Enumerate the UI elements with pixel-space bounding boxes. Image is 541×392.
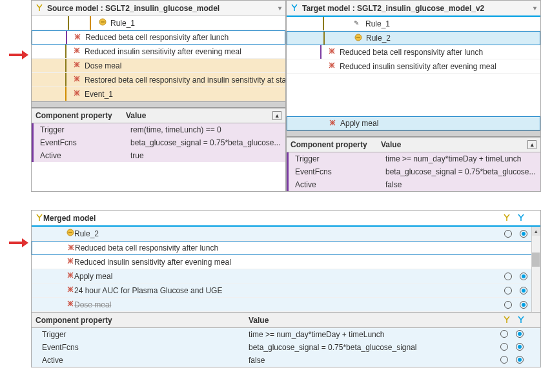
prop-name: Trigger [40,125,130,134]
prop-name: Active [42,356,249,365]
radio-source[interactable] [500,343,508,351]
merged-row[interactable]: Apply meal [32,269,540,284]
row-label: Apply meal [74,272,112,281]
row-label: Rule_1 [110,19,135,28]
merged-property-row[interactable]: EventFcnsbeta_glucose_signal = 0.75*beta… [32,341,540,354]
radio-source[interactable] [504,230,512,238]
row-label: Dose meal [85,61,121,70]
scrollbar[interactable]: ▴ [531,227,540,312]
fork-yellow-icon[interactable] [503,315,511,325]
event-icon [73,89,81,99]
radio-target[interactable] [520,287,527,294]
tree-row[interactable]: Dose meal [32,59,285,73]
property-row[interactable]: EventFcnsbeta_glucose_signal = 0.75*beta… [287,165,540,178]
merged-property-row[interactable]: Activefalse [32,354,540,367]
row-label: Event_1 [85,90,113,99]
fork-icon [36,213,43,223]
row-label: Dose meal [74,300,111,309]
target-prop-header: Component property Value ▴ [287,137,540,152]
merged-row[interactable]: 24 hour AUC for Plasma Glucose and UGE [32,284,540,298]
prop-value: beta_glucose_signal = 0.75*beta_glucose.… [385,167,536,176]
prop-value: rem(time, timeLunch) == 0 [130,125,281,134]
row-label: Reduced beta cell responsivity after lun… [340,48,483,57]
spacer [287,88,540,102]
collapse-icon[interactable]: ▴ [527,140,536,149]
radio-target[interactable] [516,343,524,351]
chevron-down-icon[interactable]: ▾ [533,5,536,12]
scroll-up-icon[interactable]: ▴ [532,227,540,236]
fork-yellow-icon[interactable] [503,213,511,223]
fork-icon [36,3,43,13]
radio-target[interactable] [516,356,524,364]
radio-source[interactable] [504,273,512,280]
prop-value: time >= num_day*timeDay + timeLunch [249,330,498,339]
merged-title: Merged model [43,214,96,223]
source-prop-header: Component property Value ▴ [32,108,285,123]
prop-name: Trigger [42,330,249,339]
merged-header[interactable]: Merged model [32,211,540,227]
event-icon [66,257,74,267]
prop-name: Active [295,180,385,189]
event-icon [73,46,81,56]
radio-target[interactable] [520,230,527,238]
fork-blue-icon[interactable] [517,315,525,325]
scroll-thumb[interactable] [532,253,540,267]
spacer [287,74,540,88]
divider [32,101,285,108]
tree-row[interactable]: Rule_1 [32,16,285,30]
row-label: Reduced beta cell responsivity after lun… [75,243,218,253]
svg-text:✎: ✎ [354,19,359,26]
pointer-arrow [9,238,30,247]
merged-row[interactable]: Dose meal [32,298,540,312]
radio-source[interactable] [500,356,508,364]
row-label: Reduced insulin sensitivity after evenin… [340,62,496,71]
tree-row[interactable]: ✎Rule_1 [287,17,540,31]
radio-source[interactable] [504,287,512,294]
event-icon [329,119,336,129]
radio-source[interactable] [500,330,508,338]
prop-name: EventFcns [40,138,130,147]
property-row[interactable]: Activetrue [32,149,285,162]
target-title: Target model : SGLT2_insulin_glucose_mod… [302,4,484,13]
tree-row[interactable]: Rule_2 [287,31,540,45]
col-value: Value [381,140,401,149]
collapse-icon[interactable]: ▴ [272,111,281,120]
fork-blue-icon[interactable] [517,213,525,223]
target-panel: Target model : SGLT2_insulin_glucose_mod… [286,0,541,192]
merged-prop-header: Component property Value [32,312,540,328]
tree-row[interactable]: Event_1 [32,87,285,101]
source-header[interactable]: Source model : SGLT2_insulin_glucose_mod… [32,1,285,16]
merged-row[interactable]: Reduced insulin sensitivity after evenin… [32,255,540,269]
radio-target[interactable] [516,330,524,338]
row-label: Rule_2 [366,34,391,43]
tree-row[interactable]: Reduced beta cell responsivity after lun… [287,45,540,59]
tree-row[interactable]: Apply meal [287,116,540,130]
property-row[interactable]: Triggertime >= num_day*timeDay + timeLun… [287,152,540,165]
property-row[interactable]: Triggerrem(time, timeLunch) == 0 [32,123,285,136]
row-label: Reduced beta cell responsivity after lun… [85,33,229,42]
diff-bar [65,87,66,101]
row-label: Reduced insulin sensitivity after evenin… [85,47,241,56]
merged-panel: Merged model Rule_2Reduced beta cell res… [31,210,541,367]
row-label: Restored beta cell responsivity and insu… [85,76,286,85]
radio-source[interactable] [504,301,512,309]
property-row[interactable]: Activefalse [287,178,540,191]
merged-prop-body: Triggertime >= num_day*timeDay + timeLun… [32,328,540,367]
property-row[interactable]: EventFcnsbeta_glucose_signal = 0.75*beta… [32,136,285,149]
tree-row[interactable]: Reduced insulin sensitivity after evenin… [287,59,540,74]
prop-value: time >= num_day*timeDay + timeLunch [385,154,536,163]
radio-target[interactable] [520,301,527,309]
tree-row[interactable]: Reduced beta cell responsivity after lun… [32,30,285,45]
tree-row[interactable]: Reduced insulin sensitivity after evenin… [32,45,285,59]
merged-row[interactable]: Rule_2 [32,227,540,241]
event-icon [74,33,81,43]
target-header[interactable]: Target model : SGLT2_insulin_glucose_mod… [287,1,540,17]
radio-target[interactable] [520,273,527,280]
chevron-down-icon[interactable]: ▾ [278,5,281,12]
tree-row[interactable]: Restored beta cell responsivity and insu… [32,73,285,87]
row-label: Apply meal [340,119,378,128]
target-prop-body: Triggertime >= num_day*timeDay + timeLun… [287,152,540,191]
prop-name: EventFcns [42,343,249,352]
merged-property-row[interactable]: Triggertime >= num_day*timeDay + timeLun… [32,328,540,341]
merged-row[interactable]: Reduced beta cell responsivity after lun… [32,241,540,255]
